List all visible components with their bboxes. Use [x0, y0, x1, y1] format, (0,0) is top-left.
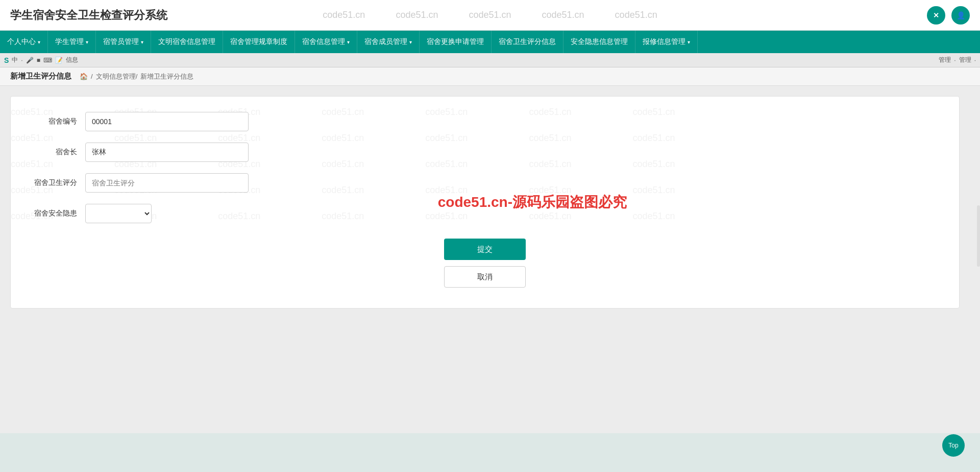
breadcrumb-sep: / [91, 73, 93, 80]
select-safety[interactable]: 有 无 [85, 204, 152, 223]
toolbar-sep: · [954, 57, 955, 64]
breadcrumb-item-hygiene[interactable]: 新增卫生评分信息 [140, 72, 193, 81]
main-content: code51.cncode51.cncode51.cncode51.cncode… [0, 86, 980, 433]
chevron-down-icon: ▾ [141, 39, 143, 45]
breadcrumb: 新增卫生评分信息 🏠 / 文明信息管理/ 新增卫生评分信息 [0, 67, 980, 86]
wm5: code51.cn [615, 10, 657, 20]
scroll-top-button[interactable]: Top [942, 434, 965, 457]
chevron-down-icon: ▾ [409, 39, 412, 45]
scrollbar-hint [977, 205, 980, 267]
nav-item-student[interactable]: 学生管理 ▾ [48, 31, 96, 53]
nav-label: 宿管员管理 [103, 37, 139, 46]
input-room-head[interactable] [85, 143, 249, 162]
form-row-room-head: 宿舍长 [31, 143, 939, 162]
ime-s-label: S [4, 56, 9, 64]
submit-button[interactable]: 提交 [444, 239, 526, 260]
nav-item-members[interactable]: 宿舍成员管理 ▾ [357, 31, 420, 53]
nav-label: 宿舍成员管理 [364, 37, 407, 46]
cancel-button[interactable]: 取消 [444, 266, 526, 288]
footer-area: code51.cn code51.cn code51.cn code51.cn … [0, 433, 980, 472]
nav-label: 报修信息管理 [643, 37, 685, 46]
nav-item-civildorm[interactable]: 文明宿舍信息管理 [151, 31, 223, 53]
nav-label: 宿舍卫生评分信息 [499, 37, 556, 46]
ime-zh-label: 中 [12, 56, 18, 64]
nav-item-safety[interactable]: 安全隐患信息管理 [564, 31, 635, 53]
form-content: 宿舍编号 宿舍长 宿舍卫生评分 宿舍安全隐患 有 无 [31, 112, 939, 288]
form-row-safety: 宿舍安全隐患 有 无 [31, 204, 939, 223]
ime-key-icon: ⌨ [43, 57, 52, 64]
nav-item-exchange[interactable]: 宿舍更换申请管理 [420, 31, 492, 53]
wm3: code51.cn [469, 10, 511, 20]
label-room-head: 宿舍长 [31, 148, 77, 157]
input-room-number[interactable] [85, 112, 249, 131]
form-btn-area: 提交 取消 [31, 239, 939, 288]
nav-item-dorminfo[interactable]: 宿舍信息管理 ▾ [295, 31, 357, 53]
home-icon: 🏠 [80, 73, 88, 80]
wm2: code51.cn [396, 10, 438, 20]
label-hygiene-score: 宿舍卫生评分 [31, 178, 77, 187]
nav-label: 宿舍更换申请管理 [427, 37, 484, 46]
page-title: 新增卫生评分信息 [10, 72, 71, 81]
input-hygiene-score[interactable] [85, 173, 249, 193]
header-icon-group: ✕ 👤 [927, 6, 970, 25]
wm4: code51.cn [542, 10, 584, 20]
chevron-down-icon: ▾ [86, 39, 88, 45]
form-card: code51.cncode51.cncode51.cncode51.cncode… [10, 96, 960, 309]
nav-label: 安全隐患信息管理 [571, 37, 628, 46]
toolbar-sep2: · [974, 57, 976, 64]
nav-item-personal[interactable]: 个人中心 ▾ [0, 31, 48, 53]
chevron-down-icon: ▾ [38, 39, 40, 45]
chevron-down-icon: ▾ [347, 39, 350, 45]
breadcrumb-item-civil[interactable]: 文明信息管理/ [96, 72, 138, 81]
label-room-number: 宿舍编号 [31, 117, 77, 126]
ime-block-icon: ■ [37, 57, 40, 64]
header-watermarks: code51.cn code51.cn code51.cn code51.cn … [323, 10, 657, 20]
nav-label: 个人中心 [7, 37, 36, 46]
ime-toolbar: S 中 · 🎤 ■ ⌨ 📝 信息 管理 · 管理 · [0, 53, 980, 67]
navbar: 个人中心 ▾ 学生管理 ▾ 宿管员管理 ▾ 文明宿舍信息管理 宿舍管理规章制度 … [0, 31, 980, 53]
nav-item-repair[interactable]: 报修信息管理 ▾ [635, 31, 698, 53]
chevron-down-icon: ▾ [688, 39, 690, 45]
ime-dot: · [21, 57, 22, 64]
toolbar-manage-label: 管理 [939, 56, 951, 64]
form-row-room-number: 宿舍编号 [31, 112, 939, 131]
close-icon-btn[interactable]: ✕ [927, 6, 945, 25]
form-row-hygiene-score: 宿舍卫生评分 [31, 173, 939, 193]
wm1: code51.cn [323, 10, 365, 20]
nav-item-admin[interactable]: 宿管员管理 ▾ [96, 31, 151, 53]
nav-label: 宿舍信息管理 [302, 37, 345, 46]
nav-label: 学生管理 [55, 37, 84, 46]
header: 学生宿舍安全卫生检查评分系统 code51.cn code51.cn code5… [0, 0, 980, 31]
ime-note-icon: 📝 [55, 57, 63, 64]
nav-label: 文明宿舍信息管理 [158, 37, 215, 46]
ime-mic-icon: 🎤 [26, 57, 34, 64]
site-title: 学生宿舍安全卫生检查评分系统 [10, 8, 167, 23]
label-safety: 宿舍安全隐患 [31, 209, 77, 218]
ime-info-label: 信息 [66, 56, 78, 64]
nav-item-rules[interactable]: 宿舍管理规章制度 [223, 31, 295, 53]
nav-item-hygiene[interactable]: 宿舍卫生评分信息 [492, 31, 564, 53]
user-icon-btn[interactable]: 👤 [951, 6, 970, 25]
toolbar-manage-label2: 管理 [959, 56, 971, 64]
nav-label: 宿舍管理规章制度 [230, 37, 287, 46]
